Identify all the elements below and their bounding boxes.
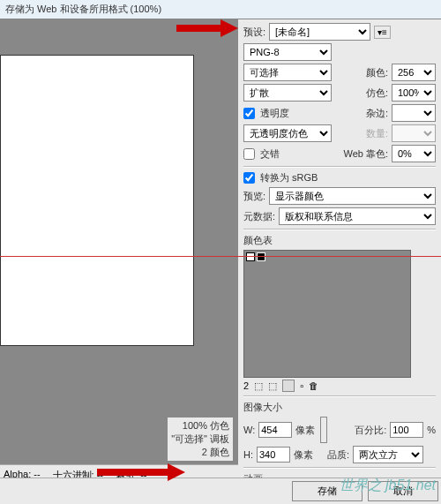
trash-icon[interactable]: 🗑 — [309, 380, 318, 391]
separator — [243, 229, 436, 230]
canvas[interactable] — [0, 55, 194, 346]
new-color-icon[interactable]: ▫ — [300, 380, 303, 391]
color-swatch[interactable] — [246, 252, 255, 261]
color-table-label: 颜色表 — [243, 234, 436, 247]
matte-label: 杂边: — [366, 107, 388, 120]
interlace-checkbox[interactable] — [243, 148, 255, 160]
dither-select[interactable]: 100% — [392, 84, 436, 102]
shift-web-icon[interactable]: ⬚ — [268, 380, 277, 392]
preset-select[interactable]: [未命名] — [269, 23, 370, 41]
srgb-label: 转换为 sRGB — [260, 171, 318, 184]
dialog-buttons: 存储 取消 — [0, 478, 441, 504]
color-table[interactable] — [243, 250, 411, 378]
lock-icon[interactable] — [282, 380, 295, 392]
dither-label: 仿色: — [366, 87, 388, 100]
title-bar: 存储为 Web 和设备所用格式 (100%) — [0, 0, 441, 19]
color-swatch[interactable] — [257, 252, 265, 261]
width-input[interactable] — [258, 422, 292, 438]
settings-panel: 预设: [未命名] ▾≡ PNG-8 可选择 颜色: 256 扩散 仿色: 10… — [238, 19, 441, 485]
color-count: 2 — [243, 380, 249, 391]
preset-flyout-icon[interactable]: ▾≡ — [374, 26, 391, 39]
width-unit: 像素 — [295, 424, 315, 437]
link-dimensions-icon[interactable] — [320, 417, 327, 443]
zoom-info: 100% 仿色 — [171, 419, 229, 433]
metadata-label: 元数据: — [243, 210, 275, 223]
transparency-label: 透明度 — [260, 107, 289, 120]
quality-select[interactable]: 两次立方 — [353, 446, 423, 463]
color-table-toolbar: 2 ⬚ ⬚ ▫ 🗑 — [243, 380, 436, 392]
format-select[interactable]: PNG-8 — [243, 43, 332, 61]
transparency-checkbox[interactable] — [243, 108, 255, 119]
quality-label: 品质: — [327, 448, 349, 462]
separator — [243, 467, 436, 469]
preview-select[interactable]: 显示器颜色 — [269, 187, 436, 205]
trans-dither-select[interactable]: 无透明度仿色 — [243, 124, 332, 142]
colors-select[interactable]: 256 — [392, 64, 436, 81]
palette-info: "可选择" 调板 — [171, 433, 229, 446]
colors-info: 2 颜色 — [171, 446, 229, 459]
colors-label: 颜色: — [366, 66, 388, 79]
preview-label: 预览: — [243, 190, 265, 203]
percent-label: 百分比: — [355, 424, 386, 437]
width-label: W: — [243, 425, 255, 435]
trans-amount-label: 数量: — [366, 127, 388, 140]
height-input[interactable] — [257, 447, 290, 463]
srgb-checkbox[interactable] — [243, 172, 255, 184]
websnap-label: Web 靠色: — [343, 147, 388, 161]
percent-input[interactable] — [390, 422, 423, 438]
window-title: 存储为 Web 和设备所用格式 (100%) — [5, 4, 161, 14]
reduction-select[interactable]: 可选择 — [243, 64, 332, 81]
save-button[interactable]: 存储 — [292, 481, 363, 501]
interlace-label: 交错 — [260, 147, 280, 161]
height-label: H: — [243, 449, 253, 460]
separator — [243, 395, 436, 397]
shift-web-icon[interactable]: ⬚ — [254, 380, 263, 392]
separator — [243, 166, 436, 168]
metadata-select[interactable]: 版权和联系信息 — [279, 207, 436, 225]
image-size-label: 图像大小 — [243, 401, 436, 414]
trans-amount-select — [392, 124, 436, 142]
main-area: 100% 仿色 "可选择" 调板 2 颜色 Alpha: -- 十六进制: --… — [0, 19, 441, 485]
preview-info: 100% 仿色 "可选择" 调板 2 颜色 — [168, 417, 233, 461]
websnap-select[interactable]: 0% — [392, 145, 436, 162]
cancel-button[interactable]: 取消 — [368, 481, 438, 501]
diffusion-select[interactable]: 扩散 — [243, 84, 332, 102]
matte-select[interactable] — [392, 104, 436, 122]
height-unit: 像素 — [294, 448, 313, 462]
percent-suffix: % — [427, 425, 436, 435]
preview-panel: 100% 仿色 "可选择" 调板 2 颜色 Alpha: -- 十六进制: --… — [0, 19, 238, 485]
preset-label: 预设: — [243, 26, 265, 39]
